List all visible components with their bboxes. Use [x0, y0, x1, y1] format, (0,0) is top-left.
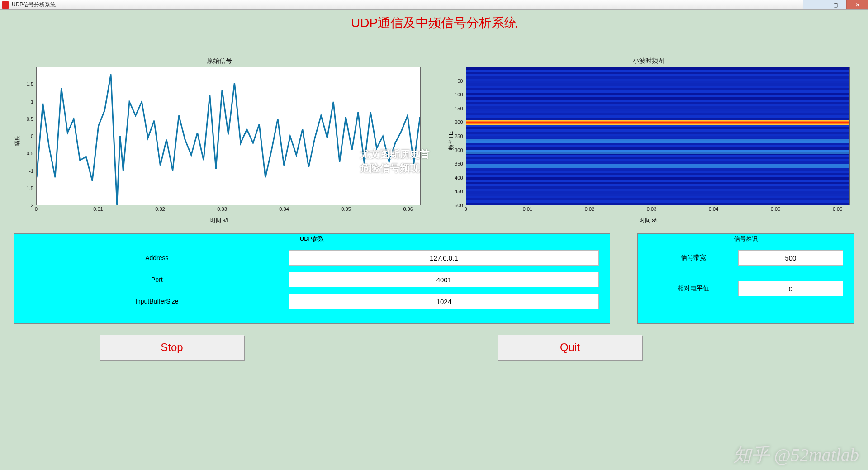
raw-signal-plot: 原始信号 幅度 -2-1.5-1-0.500.511.5 00.010.020.…: [14, 57, 425, 224]
udp-row-port: Port 4001: [25, 272, 599, 287]
signal-id-panel: 信号辨识 信号带宽 500 相对电平值 0: [637, 233, 854, 324]
port-label: Port: [25, 276, 289, 283]
raw-signal-yticks: -2-1.5-1-0.500.511.5: [14, 67, 35, 205]
signal-row-bandwidth: 信号带宽 500: [649, 250, 843, 266]
wavelet-xlabel: 时间 s/t: [640, 217, 658, 224]
udp-row-buffer: InputBufferSize 1024: [25, 294, 599, 309]
wavelet-xticks: 00.010.020.030.040.050.06: [466, 206, 850, 214]
raw-signal-title: 原始信号: [14, 57, 425, 65]
client-area: UDP通信及中频信号分析系统 原始信号 幅度 -2-1.5-1-0.500.51…: [0, 10, 868, 470]
wavelet-title: 小波时频图: [443, 57, 855, 65]
maximize-button[interactable]: ▢: [825, 0, 846, 9]
port-field[interactable]: 4001: [289, 272, 599, 287]
stop-button[interactable]: Stop: [100, 335, 244, 360]
watermark: 知乎 @52matlab: [733, 442, 859, 467]
raw-signal-axes: [36, 67, 421, 205]
buffer-label: InputBufferSize: [25, 298, 289, 305]
minimize-button[interactable]: —: [803, 0, 825, 9]
wavelet-yticks: 50100150200250300350400450500: [443, 67, 465, 205]
udp-params-panel: UDP参数 Address 127.0.0.1 Port 4001 InputB…: [14, 233, 610, 324]
level-field[interactable]: 0: [738, 281, 843, 296]
raw-signal-xticks: 00.010.020.030.040.050.06: [36, 206, 421, 214]
address-field[interactable]: 127.0.0.1: [289, 250, 599, 266]
bandwidth-label: 信号带宽: [649, 254, 738, 262]
window-title: UDP信号分析系统: [11, 1, 803, 9]
signal-panel-title: 信号辨识: [734, 235, 758, 243]
page-title: UDP通信及中频信号分析系统: [0, 10, 868, 34]
close-button[interactable]: ✕: [846, 0, 868, 9]
signal-row-level: 相对电平值 0: [649, 281, 843, 296]
app-icon: [2, 1, 9, 9]
udp-panel-title: UDP参数: [300, 235, 324, 243]
wavelet-axes: [466, 67, 850, 205]
window-titlebar: UDP信号分析系统 — ▢ ✕: [0, 0, 868, 10]
raw-signal-xlabel: 时间 s/t: [210, 217, 228, 224]
level-label: 相对电平值: [649, 285, 738, 293]
quit-button[interactable]: Quit: [498, 335, 642, 360]
udp-row-address: Address 127.0.0.1: [25, 250, 599, 266]
bandwidth-field[interactable]: 500: [738, 250, 843, 266]
address-label: Address: [25, 254, 289, 261]
buffer-field[interactable]: 1024: [289, 294, 599, 309]
wavelet-plot: 小波时频图 频率 Hz 5010015020025030035040045050…: [443, 57, 855, 224]
